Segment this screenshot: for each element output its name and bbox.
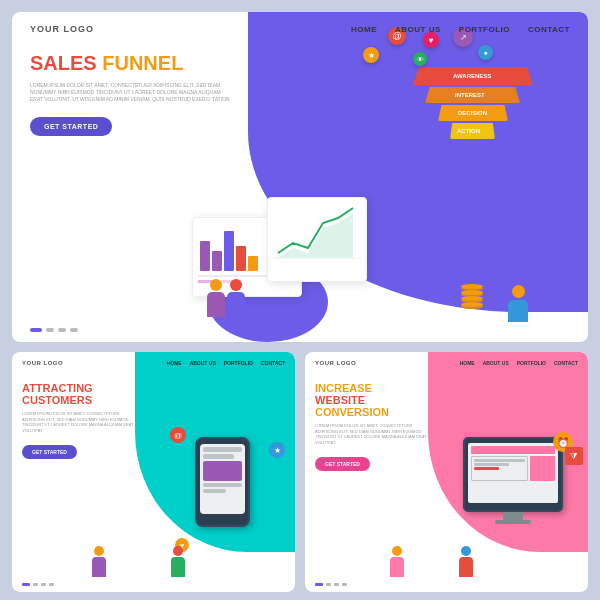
ms-sidebar — [530, 456, 555, 481]
slide-dots — [30, 328, 78, 332]
coin-2 — [461, 290, 483, 295]
get-started-button[interactable]: GET STARTED — [30, 117, 112, 136]
cdot-1[interactable] — [315, 583, 323, 586]
phone-icon-1: @ — [170, 427, 186, 443]
ap2-body — [171, 557, 185, 577]
monitor-stand — [503, 512, 523, 520]
monitor-base — [495, 520, 531, 524]
cp1-body — [390, 557, 404, 577]
bottom-right-nav: YOUR LOGO HOME ABOUT US PORTFOLIO CONTAC… — [305, 352, 588, 374]
ms-content — [471, 456, 528, 481]
adot-1[interactable] — [22, 583, 30, 586]
cdot-4[interactable] — [342, 583, 347, 586]
bar-1 — [200, 241, 210, 271]
ms-line2 — [474, 463, 509, 466]
conversion-cta-button[interactable]: GET STARTED — [315, 457, 370, 471]
attract-title-block: ATTRACTING CUSTOMERS LOREM IPSUM DOLOR S… — [22, 382, 142, 459]
conversion-lorem: LOREM IPSUM DOLOR SIT AMET, CONSECTETUER… — [315, 423, 435, 445]
nav-links: HOME ABOUT US PORTFOLIO CONTACT — [351, 25, 570, 34]
cdot-2[interactable] — [326, 583, 331, 586]
adot-3[interactable] — [41, 583, 46, 586]
hero-title: SALES FUNNEL — [30, 52, 230, 74]
nav-about[interactable]: ABOUT US — [395, 25, 441, 34]
nav-portfolio[interactable]: PORTFOLIO — [459, 25, 510, 34]
top-card: YOUR LOGO HOME ABOUT US PORTFOLIO CONTAC… — [12, 12, 588, 342]
top-logo: YOUR LOGO — [30, 24, 94, 34]
funnel-word: FUNNEL — [102, 52, 183, 74]
dot-4[interactable] — [70, 328, 78, 332]
cp2-body — [459, 557, 473, 577]
conversion-dots — [315, 583, 347, 586]
bottom-left-nav-links: HOME ABOUT US PORTFOLIO CONTACT — [167, 360, 285, 366]
ap2-head — [173, 546, 183, 556]
cdot-3[interactable] — [334, 583, 339, 586]
bl-nav-contact[interactable]: CONTACT — [261, 360, 285, 366]
coin-1 — [461, 284, 483, 289]
puzzle-icon: ⧩ — [565, 447, 583, 465]
ph-line-3 — [203, 483, 242, 487]
increase-line3: CONVERSION — [315, 406, 435, 418]
bar-4 — [236, 246, 246, 271]
conversion-person-1 — [390, 546, 404, 577]
bl-nav-about[interactable]: ABOUT US — [190, 360, 216, 366]
ph-line-4 — [203, 489, 226, 493]
ap1-head — [94, 546, 104, 556]
bottom-left-nav: YOUR LOGO HOME ABOUT US PORTFOLIO CONTAC… — [12, 352, 295, 374]
attract-title-line1: ATTRACTING — [22, 382, 142, 394]
attract-person-1 — [92, 546, 106, 577]
br-nav-home[interactable]: HOME — [460, 360, 475, 366]
monitor-device — [463, 437, 563, 512]
bar-5 — [248, 256, 258, 271]
person-2-body — [227, 292, 245, 317]
funnel-level-2: INTEREST — [413, 87, 533, 103]
phone-icon-2: ★ — [269, 442, 285, 458]
dot-3[interactable] — [58, 328, 66, 332]
funnel-label-action: ACTION — [457, 128, 480, 134]
bottom-right-logo: YOUR LOGO — [315, 360, 356, 366]
nav-home[interactable]: HOME — [351, 25, 377, 34]
cp1-head — [392, 546, 402, 556]
coin-4 — [461, 302, 483, 307]
hero-lorem: LOREM IPSUM DOLOR SIT AMET, CONSECTETUER… — [30, 82, 230, 103]
adot-4[interactable] — [49, 583, 54, 586]
coin-3 — [461, 296, 483, 301]
social-icon-dot: ● — [478, 45, 493, 60]
attract-title-line2: CUSTOMERS — [22, 394, 142, 406]
main-container: YOUR LOGO HOME ABOUT US PORTFOLIO CONTAC… — [0, 0, 600, 600]
ph-banner — [203, 461, 242, 481]
dot-1[interactable] — [30, 328, 42, 332]
increase-line2: WEBSITE — [315, 394, 435, 406]
conversion-person-2 — [459, 546, 473, 577]
attract-cta-button[interactable]: GET STARTED — [22, 445, 77, 459]
cp2-head — [461, 546, 471, 556]
attract-person-2 — [171, 546, 185, 577]
ms-line3 — [474, 467, 499, 470]
ph-line-2 — [203, 454, 234, 459]
attract-dots — [22, 583, 54, 586]
social-icon-star: ★ — [363, 47, 379, 63]
dot-2[interactable] — [46, 328, 54, 332]
nav-contact[interactable]: CONTACT — [528, 25, 570, 34]
attract-lorem: LOREM IPSUM DOLOR SIT AMET, CONSECTETUER… — [22, 411, 142, 433]
increase-line1: INCREASE — [315, 382, 435, 394]
funnel-label-decision: DECISION — [458, 110, 487, 116]
sitting-head — [512, 285, 525, 298]
adot-2[interactable] — [33, 583, 38, 586]
person-1-head — [210, 279, 222, 291]
bl-nav-portfolio[interactable]: PORTFOLIO — [224, 360, 253, 366]
br-nav-portfolio[interactable]: PORTFOLIO — [517, 360, 546, 366]
bl-nav-home[interactable]: HOME — [167, 360, 182, 366]
person-sitting — [508, 285, 528, 322]
bottom-row: YOUR LOGO HOME ABOUT US PORTFOLIO CONTAC… — [12, 352, 588, 592]
person-2 — [227, 279, 245, 317]
bottom-right-nav-links: HOME ABOUT US PORTFOLIO CONTACT — [460, 360, 578, 366]
br-nav-contact[interactable]: CONTACT — [554, 360, 578, 366]
sitting-body — [508, 300, 528, 322]
br-nav-about[interactable]: ABOUT US — [483, 360, 509, 366]
funnel-shape: AWARENESS INTEREST DECISION ACTION — [413, 67, 533, 139]
phone-screen — [200, 444, 245, 514]
funnel-label-interest: INTEREST — [455, 92, 485, 98]
phone-illustration: @ ★ ♥ — [170, 422, 290, 582]
bottom-left-logo: YOUR LOGO — [22, 360, 63, 366]
person-1-body — [207, 292, 225, 317]
